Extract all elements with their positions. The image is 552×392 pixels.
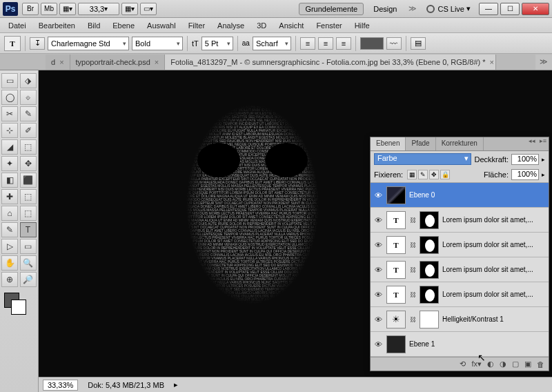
workspace-grundelemente[interactable]: Grundelemente [299,3,364,15]
layer-group-icon[interactable]: ▢ [512,360,519,369]
cs-live-button[interactable]: CS Live▾ [426,4,471,13]
align-right-button[interactable]: ≡ [336,37,351,50]
close-icon[interactable]: × [155,58,159,66]
bridge-button[interactable]: Br [22,3,39,15]
menu-hilfe[interactable]: Hilfe [355,21,370,30]
layer-row[interactable]: 👁T⛓Lorem ipsum dolor sit amet,... [371,233,549,257]
tool-15[interactable]: ⬚ [20,189,37,204]
character-panel-button[interactable]: ▤ [411,37,426,50]
menu-bild[interactable]: Bild [88,21,100,30]
menu-ebene[interactable]: Ebene [112,21,135,30]
document-tab-3[interactable]: Fotolia_4813297_M - © sumnersgraphicsinc… [165,55,496,70]
tool-23[interactable]: 🔍 [20,255,37,271]
tool-17[interactable]: ⬚ [20,206,37,221]
current-tool-icon[interactable]: T [4,36,21,51]
view-extras-button[interactable]: ▦▾ [59,3,76,15]
chevron-right-icon[interactable]: ▸ [542,156,545,163]
visibility-eye-icon[interactable]: 👁 [373,315,383,324]
menu-bearbeiten[interactable]: Bearbeiten [39,21,75,30]
visibility-eye-icon[interactable]: 👁 [373,290,383,300]
tool-22[interactable]: ✋ [1,255,18,271]
tool-6[interactable]: ⊹ [1,123,18,138]
font-family-dropdown[interactable]: Charlemagne Std [48,37,129,50]
arrange-documents-button[interactable]: ▦▾ [121,3,138,15]
menu-3d[interactable]: 3D [257,21,266,30]
blend-mode-dropdown[interactable]: Farbe [374,153,471,165]
status-zoom[interactable]: 33,33% [43,380,78,391]
font-size-dropdown[interactable]: 5 Pt [201,37,233,50]
background-color[interactable] [11,300,26,315]
lock-all-icon[interactable]: 🔒 [440,170,450,179]
layer-row[interactable]: 👁☀⛓Helligkeit/Kontrast 1 [371,307,549,332]
antialias-dropdown[interactable]: Scharf [253,37,291,50]
tool-4[interactable]: ✂ [1,106,18,121]
tool-9[interactable]: ⬚ [20,139,37,155]
layer-row[interactable]: 👁Ebene 1 [371,332,549,357]
tool-12[interactable]: ◧ [1,173,18,188]
tool-11[interactable]: ✥ [20,156,37,171]
minibridge-button[interactable]: Mb [41,3,57,15]
chevron-right-icon[interactable]: ▸ [542,171,545,178]
document-tab-1[interactable]: d× [46,55,70,70]
menu-analyse[interactable]: Analyse [217,21,244,30]
layer-row[interactable]: 👁T⛓Lorem ipsum dolor sit amet,... [371,257,549,282]
workspace-more-icon[interactable]: ≫ [408,4,417,13]
tool-0[interactable]: ▭ [1,73,18,88]
align-left-button[interactable]: ≡ [300,37,315,50]
tool-24[interactable]: ⊕ [1,272,18,287]
menu-datei[interactable]: Datei [8,21,26,30]
tool-19[interactable]: T [20,222,37,237]
tab-ebenen[interactable]: Ebenen [371,137,406,150]
text-color-swatch[interactable] [360,37,384,50]
visibility-eye-icon[interactable]: 👁 [373,190,383,200]
text-orientation-button[interactable]: ↧ [30,37,45,50]
tab-overflow-button[interactable]: ≫ [535,55,552,70]
maximize-button[interactable]: ☐ [500,3,520,15]
chevron-right-icon[interactable]: ▸ [174,380,178,389]
adjustment-layer-icon[interactable]: ◑ [500,360,506,369]
screen-mode-button[interactable]: ▭▾ [140,3,157,15]
lock-position-icon[interactable]: ✥ [429,170,439,179]
align-center-button[interactable]: ≡ [318,37,333,50]
tool-20[interactable]: ▷ [1,239,18,254]
minimize-button[interactable]: — [479,3,498,15]
visibility-eye-icon[interactable]: 👁 [373,265,383,275]
visibility-eye-icon[interactable]: 👁 [373,340,383,349]
tool-25[interactable]: 🔎 [20,272,37,287]
trash-icon[interactable]: 🗑 [537,360,544,369]
visibility-eye-icon[interactable]: 👁 [373,215,383,225]
tool-1[interactable]: ⬗ [20,73,37,88]
menu-filter[interactable]: Filter [188,21,205,30]
font-weight-dropdown[interactable]: Bold [132,37,183,50]
close-button[interactable]: ✕ [522,3,549,15]
menu-fenster[interactable]: Fenster [316,21,342,30]
link-layers-icon[interactable]: ⟲ [460,360,466,369]
tab-korrekturen[interactable]: Korrekturen [436,137,484,150]
visibility-eye-icon[interactable]: 👁 [373,240,383,250]
tool-16[interactable]: ⌂ [1,206,18,221]
layer-mask-icon[interactable]: ◐ [487,360,494,369]
fill-field[interactable]: 100% [511,169,539,180]
tool-5[interactable]: ✎ [20,106,37,121]
lock-transparency-icon[interactable]: ▦ [407,170,417,179]
panel-collapse-icon[interactable]: ◂◂ [526,137,538,150]
zoom-level-field[interactable]: 33,3 ▾ [78,3,119,15]
document-tab-2[interactable]: typoportrait-check.psd× [70,55,166,70]
layer-row[interactable]: 👁T⛓Lorem ipsum dolor sit amet,... [371,282,549,307]
opacity-field[interactable]: 100% [511,154,539,165]
tool-14[interactable]: ✚ [1,189,18,204]
tool-7[interactable]: ✐ [20,123,37,138]
new-layer-icon[interactable]: ▣ [524,360,531,369]
panel-menu-icon[interactable]: ▸≡ [538,137,549,150]
warp-text-button[interactable]: 〰 [386,37,402,50]
close-icon[interactable]: × [490,58,494,66]
workspace-design[interactable]: Design [368,3,402,14]
tool-8[interactable]: ◢ [1,139,18,155]
close-icon[interactable]: × [59,58,63,66]
menu-ansicht[interactable]: Ansicht [279,21,304,30]
tool-18[interactable]: ✎ [1,222,18,237]
layer-row[interactable]: 👁Ebene 0 [371,183,549,208]
tool-21[interactable]: ▭ [20,239,37,254]
tab-pfade[interactable]: Pfade [406,137,435,150]
tool-10[interactable]: ✦ [1,156,18,171]
